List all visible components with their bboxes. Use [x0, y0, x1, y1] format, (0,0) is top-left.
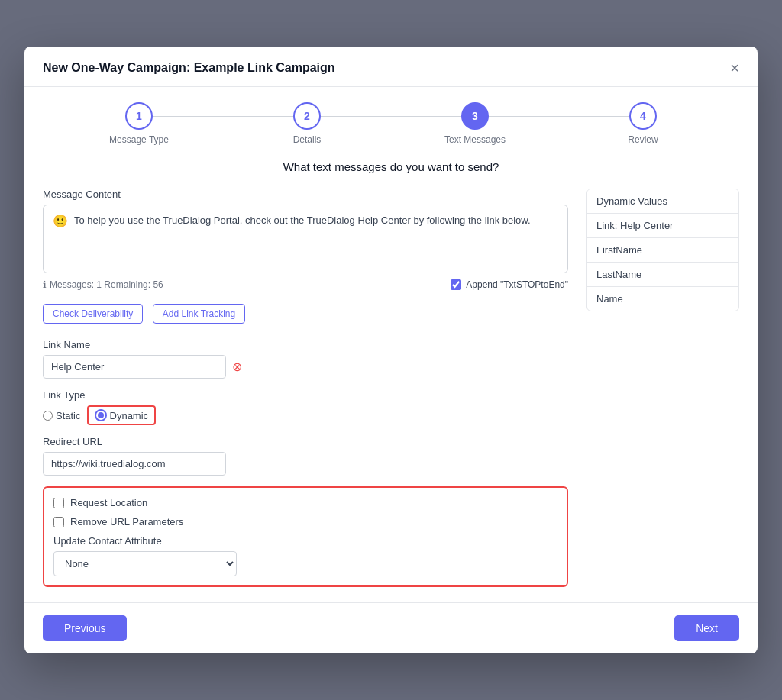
link-section: Link Name ⊗ Link Type: [43, 339, 568, 587]
step-1-label: Message Type: [109, 134, 169, 145]
redirect-url-row: Redirect URL: [43, 436, 568, 476]
modal-footer: Previous Next: [24, 602, 758, 653]
options-highlighted-box: Request Location Remove URL Parameters U…: [43, 486, 568, 587]
action-buttons: Check Deliverability Add Link Tracking: [43, 298, 568, 324]
link-name-input[interactable]: [43, 355, 226, 379]
step-1-circle: 1: [125, 102, 153, 130]
append-check-container: Append "TxtSTOPtoEnd": [451, 279, 568, 290]
step-4-label: Review: [628, 134, 658, 145]
smiley-icon: 🙂: [53, 214, 68, 228]
right-column: Dynamic Values Link: Help Center FirstNa…: [586, 189, 739, 311]
section-question: What text messages do you want to send?: [43, 160, 739, 173]
dynamic-value-link-help-center[interactable]: Link: Help Center: [587, 214, 738, 238]
step-3-circle: 3: [461, 102, 489, 130]
step-1: 1 Message Type: [55, 102, 223, 145]
static-radio-label[interactable]: Static: [43, 410, 81, 421]
message-footer: ℹ Messages: 1 Remaining: 56 Append "TxtS…: [43, 279, 568, 290]
request-location-checkbox[interactable]: [53, 498, 64, 508]
previous-button[interactable]: Previous: [43, 615, 127, 641]
message-text: To help you use the TrueDialog Portal, c…: [74, 213, 531, 228]
next-button[interactable]: Next: [674, 615, 739, 641]
step-3: 3 Text Messages: [391, 102, 559, 145]
dynamic-values-title: Dynamic Values: [587, 189, 738, 214]
info-icon: ℹ: [43, 279, 47, 290]
add-link-tracking-button[interactable]: Add Link Tracking: [153, 304, 245, 324]
link-name-label: Link Name: [43, 339, 568, 350]
dynamic-radio-label[interactable]: Dynamic: [87, 405, 157, 425]
dynamic-label: Dynamic: [110, 410, 149, 421]
dynamic-value-lastname[interactable]: LastName: [587, 263, 738, 287]
update-contact-label: Update Contact Attribute: [53, 535, 557, 547]
append-label: Append "TxtSTOPtoEnd": [466, 279, 568, 290]
stepper: 1 Message Type 2 Details 3 Text Messages…: [24, 87, 758, 160]
message-content-label: Message Content: [43, 189, 568, 200]
step-2-label: Details: [293, 134, 322, 145]
close-button[interactable]: ×: [730, 60, 739, 76]
left-column: Message Content 🙂 To help you use the Tr…: [43, 189, 568, 587]
modal-title: New One-Way Campaign: Example Link Campa…: [43, 61, 335, 75]
request-location-label: Request Location: [70, 497, 147, 508]
link-type-row: Link Type Static Dyn: [43, 389, 568, 425]
messages-count: Messages: 1 Remaining: 56: [50, 279, 163, 290]
modal-body: What text messages do you want to send? …: [24, 160, 758, 602]
dynamic-value-name[interactable]: Name: [587, 287, 738, 311]
step-3-label: Text Messages: [444, 134, 506, 145]
redirect-url-input[interactable]: [43, 452, 226, 476]
dynamic-value-firstname[interactable]: FirstName: [587, 238, 738, 263]
link-name-input-row: ⊗: [43, 355, 568, 379]
content-area: Message Content 🙂 To help you use the Tr…: [43, 189, 739, 587]
message-content-box[interactable]: 🙂 To help you use the TrueDialog Portal,…: [43, 205, 568, 273]
remove-url-params-label: Remove URL Parameters: [70, 516, 183, 527]
link-name-row: Link Name ⊗: [43, 339, 568, 379]
error-icon: ⊗: [232, 360, 242, 374]
modal-header: New One-Way Campaign: Example Link Campa…: [24, 47, 758, 87]
link-type-options: Static Dynamic: [43, 405, 568, 425]
link-type-label: Link Type: [43, 389, 568, 401]
modal-dialog: New One-Way Campaign: Example Link Campa…: [24, 47, 758, 653]
dynamic-radio-custom: [95, 409, 107, 421]
update-contact-select[interactable]: None: [53, 551, 237, 576]
request-location-row: Request Location: [53, 497, 557, 508]
step-4-circle: 4: [629, 102, 657, 130]
dynamic-radio-inner: [98, 412, 104, 418]
static-label: Static: [56, 410, 81, 421]
remove-url-params-row: Remove URL Parameters: [53, 516, 557, 527]
message-info: ℹ Messages: 1 Remaining: 56: [43, 279, 163, 290]
step-4: 4 Review: [559, 102, 727, 145]
static-radio[interactable]: [43, 411, 53, 421]
append-checkbox[interactable]: [451, 279, 461, 290]
check-deliverability-button[interactable]: Check Deliverability: [43, 304, 143, 324]
step-2: 2 Details: [223, 102, 391, 145]
step-2-circle: 2: [293, 102, 321, 130]
dynamic-values-panel: Dynamic Values Link: Help Center FirstNa…: [586, 189, 739, 311]
redirect-url-label: Redirect URL: [43, 436, 568, 447]
remove-url-params-checkbox[interactable]: [53, 517, 64, 527]
